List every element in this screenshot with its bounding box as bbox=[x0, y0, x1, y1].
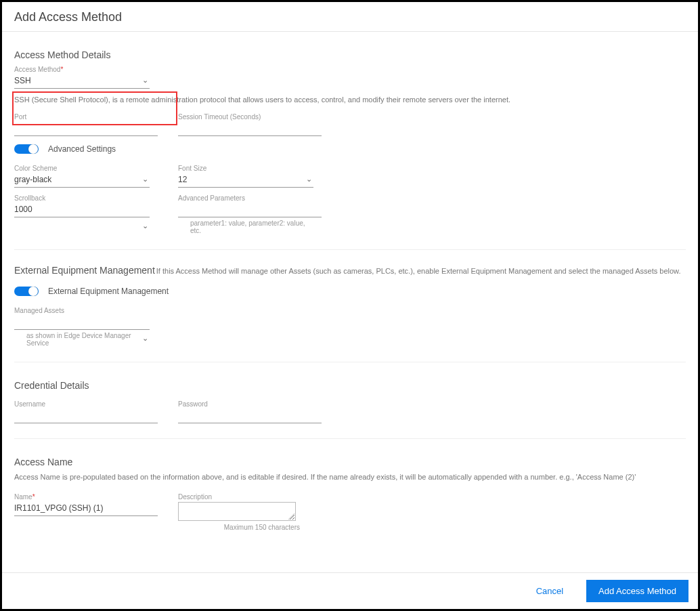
label-description: Description bbox=[178, 493, 300, 501]
label-managed-assets: Managed Assets bbox=[14, 307, 150, 314]
page-title: Add Access Method bbox=[2, 2, 698, 31]
advanced-params-hint: parameter1: value, parameter2: value, et… bbox=[178, 219, 313, 234]
label-access-method: Access Method* bbox=[14, 66, 150, 73]
section-access-name: Access Name bbox=[14, 457, 686, 467]
description-textarea[interactable] bbox=[178, 502, 296, 521]
label-color-scheme: Color Scheme bbox=[14, 165, 150, 172]
scrollback-select[interactable]: 1000 bbox=[14, 203, 150, 217]
divider bbox=[14, 249, 686, 250]
session-timeout-input[interactable] bbox=[178, 122, 322, 136]
cancel-button[interactable]: Cancel bbox=[532, 585, 567, 597]
port-input[interactable] bbox=[14, 122, 158, 136]
footer: Cancel Add Access Method bbox=[2, 572, 698, 609]
label-font-size: Font Size bbox=[178, 165, 313, 172]
password-input[interactable] bbox=[178, 409, 322, 423]
username-input[interactable] bbox=[14, 409, 158, 423]
divider bbox=[14, 438, 686, 439]
label-password: Password bbox=[178, 400, 313, 408]
section-credential-details: Credential Details bbox=[14, 380, 686, 391]
advanced-settings-label: Advanced Settings bbox=[48, 144, 116, 154]
description-char-hint: Maximum 150 characters bbox=[178, 524, 300, 531]
label-name: Name* bbox=[14, 493, 150, 501]
divider bbox=[14, 362, 686, 362]
managed-assets-select[interactable] bbox=[14, 316, 150, 330]
advanced-settings-toggle[interactable] bbox=[14, 144, 39, 154]
advanced-params-input[interactable] bbox=[178, 203, 322, 217]
chevron-down-icon: ⌄ bbox=[142, 222, 148, 230]
label-username: Username bbox=[14, 400, 150, 408]
access-method-select[interactable]: SSH bbox=[14, 75, 150, 89]
access-name-note: Access Name is pre-populated based on th… bbox=[14, 473, 686, 481]
name-input[interactable] bbox=[14, 502, 158, 516]
section-access-method-details: Access Method Details bbox=[14, 49, 686, 60]
label-session-timeout: Session Timeout (Seconds) bbox=[178, 113, 313, 121]
divider bbox=[2, 31, 698, 32]
section-external-equipment: External Equipment Management bbox=[14, 265, 155, 276]
managed-assets-hint: as shown in Edge Device Manager Service bbox=[14, 332, 150, 347]
access-method-description: SSH (Secure Shell Protocol), is a remote… bbox=[14, 96, 686, 104]
external-equipment-toggle-label: External Equipment Management bbox=[48, 287, 169, 296]
font-size-select[interactable]: 12 bbox=[178, 173, 313, 188]
label-advanced-params: Advanced Parameters bbox=[178, 194, 313, 202]
add-access-method-button[interactable]: Add Access Method bbox=[586, 580, 688, 602]
external-equipment-toggle[interactable] bbox=[14, 287, 39, 296]
label-scrollback: Scrollback bbox=[14, 194, 150, 202]
external-equipment-note: If this Access Method will manage other … bbox=[156, 267, 681, 275]
label-port: Port bbox=[14, 113, 150, 121]
color-scheme-select[interactable]: gray-black bbox=[14, 173, 150, 188]
